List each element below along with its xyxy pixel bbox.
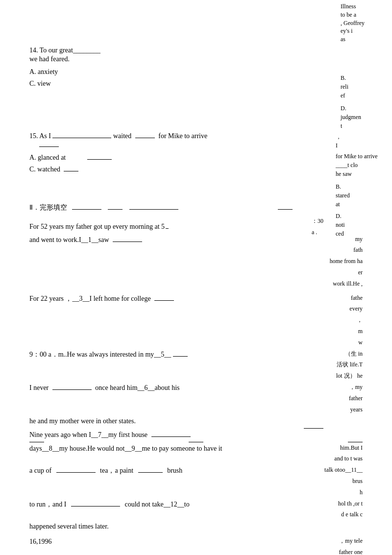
q15-blank2 [135, 138, 155, 138]
question-15: 15. As I waited for Mike to arrive A. gl… [29, 132, 314, 173]
passage-line9-right: him.But I and to t was [314, 442, 363, 465]
passage-line6-right: ，my father years [323, 382, 363, 415]
top-right-line5: as [341, 36, 345, 43]
blank-6a [52, 389, 92, 390]
q15-blank3 [39, 146, 59, 147]
blank-10a [56, 472, 96, 473]
q15-right-b: B. stared at [336, 182, 390, 209]
top-right-sidebar: Illness to be a , Geoffrey ey's i as [341, 2, 390, 44]
blank-7b [151, 436, 191, 437]
q15-option-c-blank [64, 171, 78, 171]
q15-option-a: A. glanced at [29, 154, 314, 162]
q14-continuation: we had feared. [29, 55, 304, 63]
passage-line9-left: days__8__my house.He would not__9__me to… [29, 442, 222, 465]
passage-line13-right: ，my tele father one [304, 535, 363, 555]
passage-area: ：30 a . For 52 years my father got up ev… [29, 220, 363, 555]
q15-saw: he saw [336, 169, 390, 178]
passage-line10: a cup of tea，a paint brush talk otoo__11… [29, 464, 363, 498]
passage-line12: happened several times later. [29, 520, 363, 533]
q14-stem: 14. To our great________ [29, 47, 304, 54]
section-ii-blank2 [108, 209, 122, 210]
question-14: 14. To our great________ we had feared. … [29, 47, 304, 88]
q14-stem-text: To our great________ [40, 47, 100, 54]
right-work: work ill.He , [304, 278, 363, 290]
section-ii-blank3 [129, 209, 178, 210]
passage-line11-left: to run，and I could not take__12__to [29, 498, 190, 521]
passage-line11: to run，and I could not take__12__to hol … [29, 498, 363, 521]
top-right-geoffrey: , Geoffrey [341, 20, 365, 26]
section-ii-blank1 [72, 209, 101, 210]
top-right-line4: ey's i [341, 27, 353, 34]
q15-blank-t: ____t clo [336, 161, 390, 169]
passage-line2: and went to work.I__1__saw my fath home … [29, 234, 363, 290]
top-right-line1: Illness [341, 3, 356, 10]
right-home: home from ha [304, 256, 363, 267]
q14-options: A. anxiety C. view [29, 68, 304, 88]
passage-line9: days__8__my house.He would not__9__me to… [29, 442, 363, 465]
right-er: er [304, 267, 363, 278]
passage-line7: he and my mother were in other states. [29, 415, 363, 428]
passage-line8: Nine years ago when I__7__my first house [29, 429, 363, 442]
passage-line13-left: 16,1996 [29, 535, 52, 555]
passage-line13: 16,1996 ，my tele father one [29, 535, 363, 555]
q15-blank1 [52, 138, 111, 138]
passage-line5-right: （生 in 活状 life.T lot 况） he [309, 348, 363, 382]
q15-right-comma: ， [336, 132, 390, 141]
passage-line11-right: hol th ,or t d e talk c [309, 498, 363, 521]
q15-right-i: I [336, 141, 390, 150]
time-indicator: ：30 a . [312, 216, 323, 238]
page: Illness to be a , Geoffrey ey's i as 14.… [0, 0, 392, 555]
passage-line2-right: my fath home from ha er work ill.He , [304, 234, 363, 290]
right-fath: fath [304, 244, 363, 256]
blank-5a [166, 228, 169, 229]
passage-line2-left: and went to work.I__1__saw [29, 234, 144, 247]
passage-line5-left: 9：00 a．m..He was always interested in my… [29, 348, 188, 382]
q15-option-a-blank [87, 159, 112, 160]
passage-line10-left: a cup of tea，a paint brush [29, 464, 182, 498]
section-ii-blank5 [304, 428, 323, 429]
passage-line6-left: I never once heard him__6__about his [29, 382, 180, 415]
passage-line6: I never once heard him__6__about his ，my… [29, 382, 363, 415]
q14-right-b: B. reli ef [341, 73, 390, 100]
passage-line4-right: fathe every ， m w [323, 292, 363, 348]
section-ii-blank4 [278, 209, 293, 210]
q15-option-c: C. watched [29, 166, 314, 173]
top-right-line2: to be a [341, 11, 356, 18]
q15-stem-line2 [39, 141, 314, 149]
section-ii-header: Ⅱ．完形填空 [29, 203, 293, 212]
q14-right-d: D. judgmen t [341, 104, 390, 130]
q15-for-mike: for Mike to arrive [336, 152, 390, 161]
q14-option-a: A. anxiety [29, 68, 304, 76]
passage-line4: For 22 years ，__3__I left home for colle… [29, 292, 363, 348]
passage-line10-right: talk otoo__11__ brus h [309, 464, 363, 498]
q14-right-answers: B. reli ef D. judgmen t [341, 73, 390, 130]
passage-line4-left: For 22 years ，__3__I left home for colle… [29, 292, 174, 348]
blank-11a [71, 506, 120, 507]
blank-10b [138, 472, 163, 473]
q14-option-c: C. view [29, 80, 304, 88]
passage-line5: 9：00 a．m..He was always interested in my… [29, 348, 363, 382]
q15-stem: 15. As I waited for Mike to arrive [29, 132, 314, 140]
blank-1 [113, 241, 142, 242]
q15-options: A. glanced at C. watched [29, 154, 314, 173]
blank-5 [173, 356, 188, 357]
blank-2 [154, 300, 174, 301]
